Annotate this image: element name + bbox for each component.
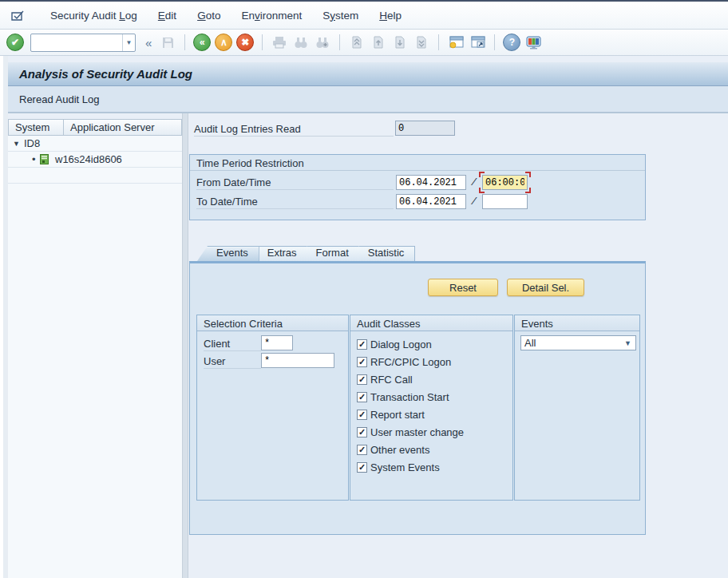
help-icon[interactable]: ?	[503, 34, 520, 51]
first-page-icon[interactable]	[348, 34, 366, 51]
enter-icon[interactable]: ✔	[6, 34, 24, 51]
menu-security-audit-log[interactable]: Security Audit Log	[40, 7, 148, 24]
checkbox-row: Report start	[357, 407, 425, 422]
user-input[interactable]	[261, 353, 334, 368]
user-label: User	[204, 354, 261, 369]
checkbox-row: RFC/CPIC Logon	[357, 354, 451, 369]
detail-selection-button[interactable]: Detail Sel.	[507, 279, 584, 296]
checkbox-label: User master change	[370, 426, 464, 438]
checkbox-label: Other events	[370, 444, 429, 456]
checkbox-label: Report start	[370, 409, 425, 421]
selection-criteria-panel: Selection Criteria Client User	[196, 315, 349, 501]
tab-statistic[interactable]: Statistic	[349, 246, 416, 261]
save-icon[interactable]	[159, 34, 176, 51]
tree-column-application-server: Application Server	[64, 119, 182, 136]
entries-read-label: Audit Log Entries Read	[194, 121, 394, 137]
left-gutter	[0, 56, 8, 578]
tree-column-system: System	[8, 119, 64, 136]
checkbox-label: RFC Call	[370, 374, 413, 386]
events-panel: Events All ▼	[514, 315, 640, 501]
checkbox-row: System Events	[357, 460, 440, 474]
tree-node-system[interactable]: ▼ ID8	[8, 136, 182, 152]
menu-environment[interactable]: Environment	[231, 7, 312, 24]
rfc-call-checkbox[interactable]	[357, 374, 367, 385]
rfc-cpic-logon-checkbox[interactable]	[357, 357, 367, 367]
to-time-input[interactable]	[482, 194, 528, 209]
command-input[interactable]	[31, 35, 122, 50]
to-separator: /	[471, 196, 477, 208]
checkbox-row: RFC Call	[357, 372, 413, 386]
tree-splitter[interactable]	[182, 113, 188, 578]
menu-help[interactable]: Help	[369, 7, 412, 24]
new-session-icon[interactable]	[447, 34, 465, 51]
checkbox-label: Dialog Logon	[370, 338, 432, 350]
focus-corner	[525, 188, 531, 193]
dialog-logon-checkbox[interactable]	[357, 339, 367, 350]
menu-system[interactable]: System	[312, 7, 369, 24]
checkbox-label: System Events	[370, 461, 440, 473]
client-label: Client	[204, 336, 261, 351]
application-toolbar: Reread Audit Log	[8, 86, 728, 113]
server-tree: System Application Server ▼ ID8 • w16s24…	[8, 119, 182, 578]
server-name: w16s24id8606	[55, 153, 122, 165]
standard-toolbar: ✔ ▼ « « ∧ ✖ ?	[0, 30, 728, 56]
find-icon[interactable]	[292, 34, 310, 51]
checkbox-row: Other events	[357, 442, 429, 457]
previous-page-icon[interactable]	[370, 34, 387, 51]
transaction-start-checkbox[interactable]	[357, 392, 367, 402]
checkbox-label: RFC/CPIC Logon	[370, 356, 451, 368]
events-tab-panel: Reset Detail Sel. Selection Criteria Cli…	[189, 261, 646, 535]
tab-strip: Events Extras Format Statistic	[197, 246, 415, 261]
exit-up-icon[interactable]: ∧	[215, 34, 232, 51]
tree-header: System Application Server	[8, 119, 182, 136]
checkbox-row: User master change	[357, 425, 464, 439]
command-dropdown-icon[interactable]: ▼	[122, 34, 135, 51]
menu-edit[interactable]: Edit	[148, 7, 187, 24]
tree-empty-row	[8, 168, 182, 184]
print-icon[interactable]	[271, 34, 288, 51]
focus-corner	[479, 172, 485, 177]
client-input[interactable]	[261, 335, 293, 350]
last-page-icon[interactable]	[413, 34, 430, 51]
entries-read-field[interactable]	[395, 121, 455, 136]
system-events-checkbox[interactable]	[357, 462, 367, 473]
back-icon[interactable]: «	[193, 34, 211, 51]
events-panel-title: Events	[515, 315, 639, 331]
other-events-checkbox[interactable]	[357, 445, 367, 455]
events-dropdown[interactable]: All ▼	[520, 335, 636, 350]
create-shortcut-icon[interactable]	[469, 34, 486, 51]
from-date-input[interactable]	[396, 175, 466, 190]
toolbar-separator	[262, 34, 263, 50]
system-menu-icon[interactable]	[8, 8, 29, 22]
next-page-icon[interactable]	[391, 34, 409, 51]
from-time-input[interactable]	[482, 175, 528, 190]
user-master-change-checkbox[interactable]	[357, 427, 367, 437]
command-field[interactable]: ▼	[30, 34, 136, 52]
menu-goto[interactable]: Goto	[187, 7, 231, 24]
toolbar-separator	[438, 34, 439, 50]
reset-button[interactable]: Reset	[428, 279, 498, 296]
tree-node-server[interactable]: • w16s24id8606	[8, 152, 182, 168]
from-time-focus-frame	[482, 175, 528, 190]
focus-corner	[479, 188, 485, 193]
find-next-icon[interactable]	[314, 34, 331, 51]
audit-classes-panel: Audit Classes Dialog Logon RFC/CPIC Logo…	[350, 315, 513, 501]
tree-bullet-icon: •	[32, 153, 38, 165]
from-separator: /	[471, 177, 477, 188]
menu-bar: Security Audit Log Edit Goto Environment…	[0, 0, 728, 30]
customize-layout-icon[interactable]	[524, 34, 542, 51]
checkbox-row: Transaction Start	[357, 390, 449, 404]
cancel-icon[interactable]: ✖	[236, 34, 254, 51]
reread-audit-log-button[interactable]: Reread Audit Log	[8, 90, 110, 109]
to-datetime-label: To Date/Time	[196, 194, 394, 209]
to-date-input[interactable]	[396, 194, 466, 209]
page-title-bar: Analysis of Security Audit Log	[8, 62, 728, 86]
tab-events[interactable]: Events	[197, 246, 259, 261]
collapse-chevrons-icon[interactable]: «	[142, 36, 155, 49]
tree-node-label: ID8	[24, 137, 40, 149]
page-title: Analysis of Security Audit Log	[19, 67, 192, 81]
report-start-checkbox[interactable]	[357, 410, 367, 420]
tree-expanded-icon[interactable]: ▼	[13, 140, 22, 148]
time-period-groupbox: Time Period Restriction From Date/Time /…	[189, 154, 646, 220]
chevron-down-icon: ▼	[624, 339, 635, 347]
